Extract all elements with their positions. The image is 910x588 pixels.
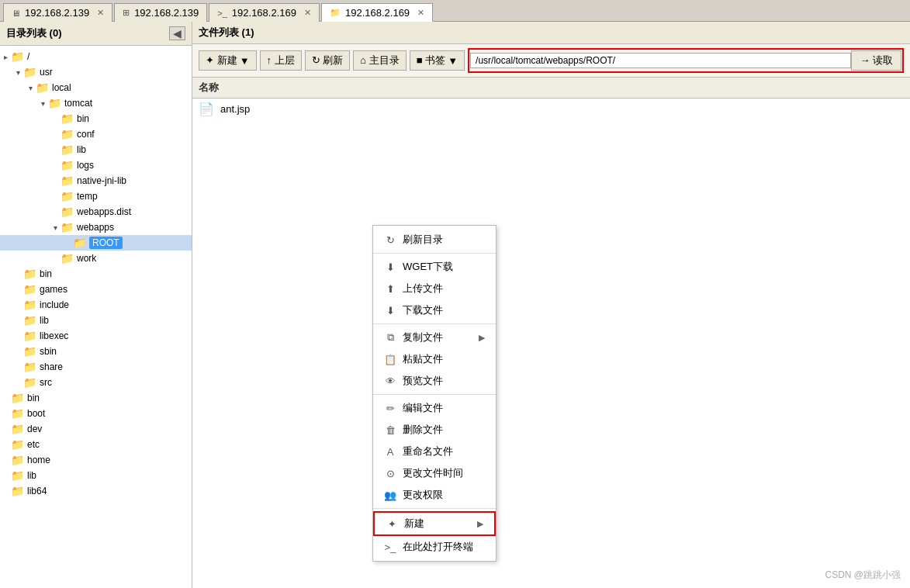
tree-item[interactable]: 📁work (0, 251, 192, 266)
folder-icon: 📁 (11, 50, 24, 63)
tree-label: home (27, 455, 50, 465)
refresh-button-label: ↻ 刷新 (312, 54, 344, 67)
tab-label-3: 192.168.2.169 (232, 7, 296, 19)
ctx-item-icon: 🗑 (384, 424, 396, 436)
left-panel-header: 目录列表 (0) ◀ (0, 22, 192, 46)
context-menu-item[interactable]: 👥更改权限 (373, 484, 496, 506)
file-icon: 📄 (199, 102, 214, 116)
tree-item[interactable]: 📁lib (0, 468, 192, 483)
home-button[interactable]: ⌂ 主目录 (353, 50, 406, 71)
context-menu: ↻刷新目录⬇WGET下载⬆上传文件⬇下载文件⧉复制文件▶📋粘贴文件👁预览文件✏编… (372, 225, 497, 562)
tree-item[interactable]: 📁webapps.dist (0, 204, 192, 220)
tree-item[interactable]: ▾📁tomcat (0, 95, 192, 111)
folder-icon: 📁 (23, 376, 36, 389)
tree-label: ROOT (89, 237, 123, 249)
context-menu-item[interactable]: 👁预览文件 (373, 370, 496, 392)
context-menu-item[interactable]: ⬇下载文件 (373, 299, 496, 321)
context-menu-item[interactable]: ⧉复制文件▶ (373, 327, 496, 348)
tab-close-1[interactable]: ✕ (97, 8, 104, 18)
tab-sftp-1[interactable]: 🖥 192.168.2.139 ✕ (3, 3, 112, 22)
tree-item[interactable]: ▾📁usr (0, 64, 192, 80)
tree-item[interactable]: 📁libexec (0, 328, 192, 344)
tree-item[interactable]: 📁src (0, 375, 192, 390)
up-button-label: ↑ 上层 (267, 54, 295, 67)
ctx-item-label: 上传文件 (403, 282, 443, 296)
tree-label: games (40, 284, 67, 295)
ctx-item-label: 删除文件 (403, 423, 443, 437)
tree-item[interactable]: 📁boot (0, 406, 192, 421)
context-menu-item[interactable]: ↻刷新目录 (373, 229, 496, 251)
path-input[interactable] (470, 53, 851, 68)
tree-item[interactable]: 📁lib64 (0, 483, 192, 499)
refresh-button[interactable]: ↻ 刷新 (305, 50, 351, 71)
tree-label: native-jni-lib (77, 175, 126, 186)
tree-item[interactable]: 📁lib (0, 142, 192, 157)
tree-item[interactable]: 📁dev (0, 421, 192, 437)
tree-item[interactable]: 📁etc (0, 437, 192, 452)
tab-close-4[interactable]: ✕ (417, 8, 424, 18)
left-panel: 目录列表 (0) ◀ ▸📁/▾📁usr▾📁local▾📁tomcat📁bin📁c… (0, 22, 192, 588)
right-panel: 文件列表 (1) ✦ 新建 ▼ ↑ 上层 ↻ 刷新 ⌂ 主目录 ■ 书签 ▼ (192, 22, 910, 588)
bookmark-button[interactable]: ■ 书签 ▼ (410, 50, 465, 71)
tree-item[interactable]: 📁share (0, 359, 192, 375)
ctx-item-arrow: ▶ (477, 519, 483, 529)
context-menu-item[interactable]: ✦新建▶ (373, 511, 496, 536)
left-panel-title: 目录列表 (0) (6, 26, 62, 40)
ctx-item-icon: A (384, 446, 396, 458)
tree-item[interactable]: 📁sbin (0, 344, 192, 359)
tree-item[interactable]: 📁bin (0, 390, 192, 406)
directory-tree[interactable]: ▸📁/▾📁usr▾📁local▾📁tomcat📁bin📁conf📁lib📁log… (0, 46, 192, 588)
context-menu-item[interactable]: ⬇WGET下载 (373, 256, 496, 278)
tree-item[interactable]: 📁games (0, 282, 192, 297)
folder-icon: 📁 (23, 314, 36, 327)
toolbar: ✦ 新建 ▼ ↑ 上层 ↻ 刷新 ⌂ 主目录 ■ 书签 ▼ → 读取 (192, 44, 910, 78)
ctx-item-label: 预览文件 (403, 374, 443, 388)
context-menu-item[interactable]: 📋粘贴文件 (373, 348, 496, 370)
context-menu-item[interactable]: ⬆上传文件 (373, 278, 496, 299)
bookmark-button-label: ■ 书签 (417, 54, 445, 67)
tree-item[interactable]: 📁include (0, 297, 192, 313)
tree-toggle: ▸ (0, 53, 11, 61)
tree-item[interactable]: 📁logs (0, 157, 192, 173)
tree-label: etc (27, 439, 40, 450)
tree-item[interactable]: 📁ROOT (0, 235, 192, 251)
tab-files-1[interactable]: 📁 192.168.2.169 ✕ (321, 3, 433, 22)
folder-icon: 📁 (11, 454, 24, 466)
tree-label: webapps (77, 222, 114, 233)
tree-label: src (40, 377, 52, 388)
path-go-button[interactable]: → 读取 (851, 50, 901, 71)
tree-item[interactable]: ▾📁local (0, 80, 192, 95)
tree-item[interactable]: 📁bin (0, 111, 192, 126)
context-menu-item[interactable]: A重命名文件 (373, 441, 496, 462)
context-menu-item[interactable]: ✏编辑文件 (373, 397, 496, 419)
tree-item[interactable]: 📁conf (0, 126, 192, 142)
context-menu-item[interactable]: ⊙更改文件时间 (373, 462, 496, 484)
tab-close-3[interactable]: ✕ (304, 8, 311, 18)
up-button[interactable]: ↑ 上层 (260, 50, 302, 71)
file-table[interactable]: 📄ant.jsp (192, 99, 910, 588)
tree-item[interactable]: ▾📁webapps (0, 220, 192, 235)
context-menu-item[interactable]: >_在此处打开终端 (373, 536, 496, 558)
tree-item[interactable]: 📁temp (0, 189, 192, 204)
tree-item[interactable]: 📁lib (0, 313, 192, 328)
collapse-button[interactable]: ◀ (169, 26, 185, 40)
tree-item[interactable]: 📁native-jni-lib (0, 173, 192, 189)
folder-icon: 📁 (11, 392, 24, 404)
ctx-item-label: 新建 (404, 517, 424, 531)
tree-label: boot (27, 408, 45, 419)
tree-label: bin (77, 113, 89, 124)
tree-item[interactable]: 📁bin (0, 266, 192, 282)
context-menu-item[interactable]: 🗑删除文件 (373, 419, 496, 441)
tab-grid-1[interactable]: ⊞ 192.168.2.139 (114, 3, 207, 22)
ctx-item-icon: ⬆ (384, 283, 396, 295)
home-button-label: ⌂ 主目录 (360, 54, 399, 67)
tree-item[interactable]: ▸📁/ (0, 49, 192, 64)
folder-icon: 📁 (23, 330, 36, 342)
tab-terminal-1[interactable]: >_ 192.168.2.169 ✕ (209, 3, 320, 22)
file-row[interactable]: 📄ant.jsp (192, 99, 910, 119)
tree-label: temp (77, 191, 98, 202)
new-button[interactable]: ✦ 新建 ▼ (199, 50, 257, 71)
new-button-label: ✦ 新建 (206, 54, 237, 67)
folder-icon: 📁 (11, 423, 24, 435)
tree-item[interactable]: 📁home (0, 452, 192, 468)
